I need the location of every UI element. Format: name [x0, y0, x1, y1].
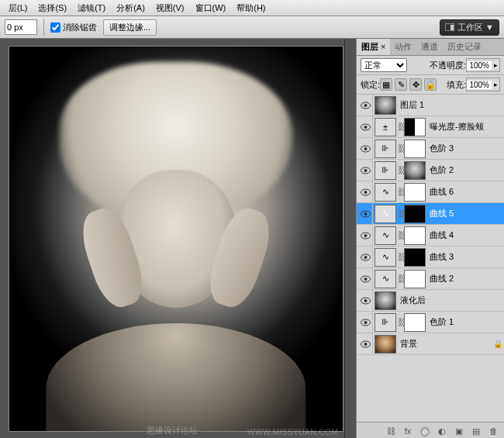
- layer-row[interactable]: ∿⛓曲线 5: [357, 203, 504, 225]
- workspace-switcher[interactable]: 工作区 ▼: [440, 19, 499, 36]
- layer-mask-thumb[interactable]: [404, 183, 426, 202]
- layer-thumb[interactable]: ∿: [375, 270, 396, 288]
- layer-mask-thumb[interactable]: [404, 270, 426, 288]
- visibility-toggle[interactable]: [358, 95, 373, 116]
- layer-thumb[interactable]: ⊪: [375, 313, 396, 332]
- layer-name[interactable]: 背景: [398, 338, 493, 350]
- eye-icon: [361, 102, 371, 109]
- visibility-toggle[interactable]: [358, 333, 373, 354]
- layer-row[interactable]: ±⛓曝光度-擦脸颊: [357, 116, 504, 138]
- layer-thumb[interactable]: ∿: [375, 226, 396, 245]
- tab-actions[interactable]: 动作: [390, 39, 416, 55]
- menu-help[interactable]: 帮助(H): [231, 2, 271, 14]
- layer-row[interactable]: ⊪⛓色阶 1: [357, 312, 504, 333]
- layer-row[interactable]: ∿⛓曲线 6: [357, 181, 504, 203]
- visibility-toggle[interactable]: [358, 290, 373, 311]
- layer-name[interactable]: 图层 1: [398, 99, 502, 111]
- visibility-toggle[interactable]: [358, 203, 373, 224]
- antialias-toggle[interactable]: 消除锯齿: [50, 22, 97, 33]
- link-layers-icon[interactable]: ⛓: [384, 425, 398, 437]
- layer-mask-thumb[interactable]: [404, 205, 426, 223]
- layer-thumb[interactable]: ⊪: [375, 161, 396, 180]
- workspace-label: 工作区: [457, 22, 483, 33]
- visibility-toggle[interactable]: [358, 160, 373, 181]
- visibility-toggle[interactable]: [358, 116, 373, 137]
- eye-icon: [361, 145, 371, 153]
- feather-input[interactable]: [5, 19, 37, 35]
- layer-name[interactable]: 曲线 6: [427, 186, 502, 198]
- tab-history[interactable]: 历史记录: [443, 39, 486, 55]
- tab-layers[interactable]: 图层 ×: [357, 39, 390, 55]
- layer-mask-thumb[interactable]: [404, 248, 426, 267]
- layer-thumb[interactable]: ±: [375, 118, 396, 136]
- lock-position-icon[interactable]: ✥: [409, 78, 422, 91]
- layer-name[interactable]: 液化后: [398, 295, 502, 306]
- layer-mask-thumb[interactable]: [404, 161, 426, 180]
- menu-view[interactable]: 视图(V): [150, 2, 190, 14]
- menu-select[interactable]: 选择(S): [33, 2, 72, 14]
- eye-icon: [361, 210, 371, 218]
- layer-style-icon[interactable]: fx: [401, 425, 415, 437]
- layer-thumb[interactable]: ∿: [375, 248, 396, 267]
- visibility-toggle[interactable]: [358, 225, 373, 246]
- menu-filter[interactable]: 滤镜(T): [72, 2, 111, 14]
- opacity-label: 不透明度:: [430, 60, 466, 71]
- tab-channels[interactable]: 通道: [416, 39, 443, 55]
- layer-name[interactable]: 曲线 2: [427, 273, 502, 285]
- layer-name[interactable]: 曲线 4: [427, 229, 502, 241]
- layer-mask-thumb[interactable]: [404, 140, 426, 158]
- layer-thumb[interactable]: ∿: [375, 183, 396, 202]
- lock-pixels-icon[interactable]: ✎: [395, 78, 407, 91]
- layer-thumb[interactable]: [375, 96, 396, 115]
- layer-name[interactable]: 曲线 5: [427, 208, 502, 219]
- lock-icon: 🔒: [493, 340, 502, 348]
- panel-gutter[interactable]: [344, 39, 356, 438]
- menu-layer[interactable]: 层(L): [3, 2, 33, 14]
- visibility-toggle[interactable]: [358, 138, 373, 159]
- layer-thumb[interactable]: ⊪: [375, 140, 396, 158]
- lock-all-icon[interactable]: 🔒: [424, 78, 437, 91]
- new-layer-icon[interactable]: ▤: [469, 425, 483, 437]
- lock-transparent-icon[interactable]: ▦: [380, 78, 392, 91]
- layer-mask-icon[interactable]: ◯: [418, 425, 432, 437]
- workspace-icon: [445, 23, 454, 31]
- menu-window[interactable]: 窗口(W): [190, 2, 232, 14]
- layer-row[interactable]: ∿⛓曲线 4: [357, 225, 504, 247]
- visibility-toggle[interactable]: [358, 268, 373, 289]
- layer-mask-thumb[interactable]: [404, 226, 426, 245]
- layer-thumb[interactable]: ∿: [375, 205, 396, 223]
- visibility-toggle[interactable]: [358, 312, 373, 333]
- layer-name[interactable]: 曲线 3: [427, 251, 502, 263]
- layer-row[interactable]: ∿⛓曲线 2: [357, 268, 504, 290]
- fill-input[interactable]: 100%▸: [466, 78, 500, 91]
- visibility-toggle[interactable]: [358, 247, 373, 267]
- antialias-checkbox[interactable]: [50, 22, 60, 33]
- layer-mask-thumb[interactable]: [404, 313, 426, 332]
- layer-name[interactable]: 色阶 2: [427, 164, 502, 176]
- adjustment-layer-icon[interactable]: ◐: [435, 425, 449, 437]
- layer-row[interactable]: ⊪⛓色阶 2: [357, 160, 504, 181]
- layer-row[interactable]: 背景🔒: [357, 333, 504, 355]
- lock-row: 锁定: ▦ ✎ ✥ 🔒 填充: 100%▸: [357, 75, 504, 95]
- delete-layer-icon[interactable]: 🗑: [486, 425, 500, 437]
- document-image[interactable]: [9, 47, 343, 431]
- group-icon[interactable]: ▣: [452, 425, 466, 437]
- visibility-toggle[interactable]: [358, 181, 373, 202]
- layer-mask-thumb[interactable]: [404, 118, 426, 136]
- watermark-center: 思缘设计论坛: [147, 425, 198, 436]
- layer-thumb[interactable]: [375, 335, 396, 354]
- menu-analysis[interactable]: 分析(A): [111, 2, 150, 14]
- layer-row[interactable]: 图层 1: [357, 95, 504, 116]
- layer-thumb[interactable]: [375, 291, 396, 310]
- layer-row[interactable]: ∿⛓曲线 3: [357, 247, 504, 268]
- layer-row[interactable]: ⊪⛓色阶 3: [357, 138, 504, 160]
- layer-name[interactable]: 曝光度-擦脸颊: [427, 121, 502, 133]
- refine-edge-button[interactable]: 调整边缘...: [103, 19, 157, 36]
- opacity-input[interactable]: 100%▸: [466, 58, 500, 72]
- antialias-label: 消除锯齿: [63, 22, 97, 33]
- layer-name[interactable]: 色阶 1: [427, 316, 502, 328]
- svg-point-3: [364, 104, 367, 107]
- blend-mode-select[interactable]: 正常: [361, 58, 407, 72]
- layer-row[interactable]: 液化后: [357, 290, 504, 312]
- layer-name[interactable]: 色阶 3: [427, 143, 502, 154]
